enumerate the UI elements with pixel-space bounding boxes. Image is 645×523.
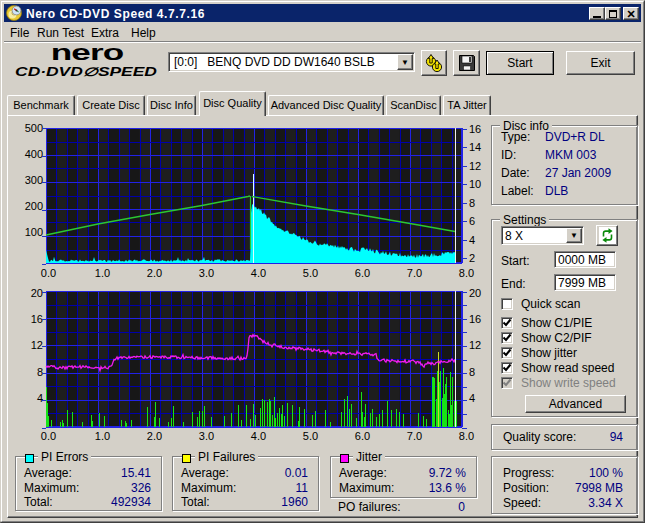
svg-text:20: 20 [469,287,481,299]
svg-text:100: 100 [25,226,43,238]
svg-text:5.0: 5.0 [303,267,318,279]
svg-text:16: 16 [469,313,481,325]
svg-text:6.0: 6.0 [355,267,370,279]
svg-text:12: 12 [31,339,43,351]
svg-text:8.0: 8.0 [459,267,474,279]
svg-text:1.0: 1.0 [95,430,110,442]
svg-text:4: 4 [37,392,43,404]
svg-text:20: 20 [31,287,43,299]
svg-text:4: 4 [469,392,475,404]
svg-text:4: 4 [469,234,475,246]
svg-text:2.0: 2.0 [147,267,162,279]
svg-text:400: 400 [25,148,43,160]
svg-text:7.0: 7.0 [407,430,422,442]
svg-text:4.0: 4.0 [251,267,266,279]
svg-text:0.0: 0.0 [41,267,56,279]
svg-text:16: 16 [469,123,481,135]
svg-text:2.0: 2.0 [147,430,162,442]
svg-text:7.0: 7.0 [407,267,422,279]
svg-text:6: 6 [469,215,475,227]
svg-text:14: 14 [469,141,481,153]
svg-text:12: 12 [469,339,481,351]
svg-text:8.0: 8.0 [459,430,474,442]
svg-text:5.0: 5.0 [303,430,318,442]
svg-text:2: 2 [469,252,475,264]
svg-text:0.0: 0.0 [41,430,56,442]
svg-text:8: 8 [469,366,475,378]
svg-text:200: 200 [25,200,43,212]
svg-text:12: 12 [469,160,481,172]
svg-text:4.0: 4.0 [251,430,266,442]
svg-text:3.0: 3.0 [199,267,214,279]
svg-text:300: 300 [25,174,43,186]
svg-text:6.0: 6.0 [355,430,370,442]
svg-text:10: 10 [469,178,481,190]
svg-text:16: 16 [31,313,43,325]
svg-text:8: 8 [469,197,475,209]
svg-text:3.0: 3.0 [199,430,214,442]
svg-text:1.0: 1.0 [95,267,110,279]
svg-text:8: 8 [37,366,43,378]
svg-text:500: 500 [25,122,43,134]
